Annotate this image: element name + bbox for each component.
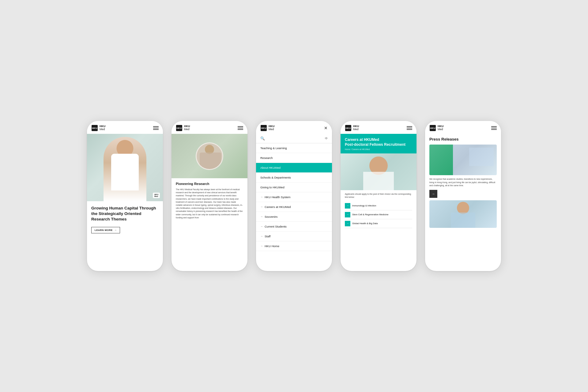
phone1-logo: HKU HKU Med <box>91 125 106 131</box>
arrow-health: → <box>260 196 263 198</box>
hero-text-block: Growing Human Capital Through the Strate… <box>87 201 163 271</box>
careers-item-label-1: Immunology & Infection <box>352 204 376 207</box>
phone2-logo: HKU HKU Med <box>176 125 190 131</box>
phone3-content: 🔍 中 Teaching & Learning Research About H… <box>256 134 332 271</box>
arrow-souvenirs: → <box>260 215 263 218</box>
menu-item-teaching[interactable]: Teaching & Learning <box>256 143 332 153</box>
research-circle-photo <box>196 142 223 170</box>
press-image-top <box>429 145 497 175</box>
phone2-content: Pioneering Research The HKU Medical Facu… <box>172 134 247 271</box>
phone-1: HKU HKU Med HKUMed Growing Human Capital… <box>87 121 163 271</box>
menu-label-hkuhome: HKU Home <box>265 244 279 248</box>
logo-line2-p2: Med <box>184 128 190 131</box>
menu-item-students[interactable]: → Current Students <box>256 222 332 232</box>
phone3-logo: HKU HKU Med <box>260 125 275 131</box>
breadcrumb: Home / Careers at HKUMed <box>345 148 412 150</box>
phone1-content: HKUMed Growing Human Capital Through the… <box>87 134 163 271</box>
careers-list-item-1: Immunology & Infection <box>345 202 412 210</box>
menu-label-giving: Giving to HKUMed <box>260 186 285 189</box>
logo-line2-p3: Med <box>269 128 275 131</box>
careers-arrow-3[interactable] <box>345 221 350 226</box>
menu-item-schools[interactable]: Schools & Departments <box>256 173 332 183</box>
svg-text:HKU: HKU <box>176 127 182 130</box>
hku-logo-icon-3: HKU <box>260 125 267 131</box>
menu-item-staff[interactable]: → Staff <box>256 232 332 241</box>
press-image-bottom <box>429 200 497 228</box>
research-body: The HKU Medical Faculty has always been … <box>176 188 243 219</box>
phone2-logo-text: HKU Med <box>184 125 190 131</box>
press-title: Press Releases <box>429 137 497 141</box>
phone1-header: HKU HKU Med <box>87 121 163 134</box>
arrow-careers: → <box>260 205 263 208</box>
menu-list: Teaching & Learning Research About HKUMe… <box>256 143 332 271</box>
close-button[interactable]: ✕ <box>324 126 328 130</box>
svg-text:HKU: HKU <box>345 127 351 130</box>
hamburger-menu-5[interactable] <box>491 126 497 130</box>
svg-text:HKU: HKU <box>261 127 266 130</box>
hku-logo-icon: HKU <box>91 125 98 131</box>
search-icon[interactable]: 🔍 <box>260 136 265 141</box>
careers-arrow-1[interactable] <box>345 203 350 209</box>
hamburger-menu[interactable] <box>153 126 159 130</box>
menu-label-health: HKU Health System <box>265 195 290 199</box>
careers-item-label-3: Global Health & Big Data <box>352 222 378 225</box>
search-left: 🔍 <box>260 136 265 141</box>
svg-text:HKU: HKU <box>92 127 97 130</box>
phone5-header: HKU HKU Med <box>425 121 501 134</box>
logo-line2-p4: Med <box>353 128 359 131</box>
hku-logo-icon-4: HKU <box>345 125 352 131</box>
arrow-students: → <box>260 225 263 228</box>
research-text-block: Pioneering Research The HKU Medical Facu… <box>172 178 247 271</box>
phone2-header: HKU HKU Med <box>172 121 247 134</box>
learn-more-button[interactable]: LEARN MORE → <box>91 227 120 233</box>
phone3-header: HKU HKU Med ✕ <box>256 121 332 134</box>
phones-container: HKU HKU Med HKUMed Growing Human Capital… <box>75 103 513 289</box>
hero-person-figure <box>104 137 146 201</box>
logo-line2: Med <box>100 128 106 131</box>
lang-toggle[interactable]: 中 <box>325 137 328 141</box>
menu-label-about: About HKUMed <box>260 166 281 169</box>
phone3-logo-text: HKU Med <box>269 125 275 131</box>
hamburger-menu-4[interactable] <box>407 126 412 130</box>
menu-item-careers[interactable]: → Careers at HKUMed <box>256 202 332 212</box>
phone4-logo-text: HKU Med <box>353 125 359 131</box>
menu-label-careers: Careers at HKUMed <box>265 205 291 209</box>
menu-label-souvenirs: Souvenirs <box>265 215 277 218</box>
phone-2: HKU HKU Med Pioneering Research The HKU … <box>172 121 247 271</box>
menu-item-souvenirs[interactable]: → Souvenirs <box>256 212 332 222</box>
menu-label-staff: Staff <box>265 235 270 238</box>
phone4-logo: HKU HKU Med <box>345 125 359 131</box>
phone1-logo-text: HKU Med <box>100 125 106 131</box>
menu-label-schools: Schools & Departments <box>260 176 291 179</box>
hku-logo-icon-5: HKU <box>429 125 436 131</box>
hero-image: HKUMed <box>87 134 163 201</box>
search-bar: 🔍 中 <box>256 134 332 143</box>
careers-title-text: Careers at HKUMed <box>345 138 379 142</box>
hamburger-menu-2[interactable] <box>238 126 243 130</box>
menu-item-about[interactable]: About HKUMed <box>256 163 332 173</box>
careers-photo <box>341 153 417 190</box>
arrow-hkuhome: → <box>260 245 263 247</box>
menu-label-research: Research <box>260 156 273 160</box>
careers-main-title: Careers at HKUMed Post-doctoral Fellows … <box>345 138 412 147</box>
menu-label-students: Current Students <box>265 225 287 228</box>
careers-subtitle-text: Post-doctoral Fellows Recruitment <box>345 142 405 147</box>
menu-item-giving[interactable]: Giving to HKUMed <box>256 183 332 192</box>
menu-item-health[interactable]: → HKU Health System <box>256 192 332 202</box>
careers-body: Applicants should apply to the post of t… <box>341 190 417 271</box>
phone5-logo: HKU HKU Med <box>429 125 444 131</box>
careers-arrow-2[interactable] <box>345 212 350 217</box>
arrow-staff: → <box>260 235 263 238</box>
phone4-header: HKU HKU Med <box>341 121 417 134</box>
research-title: Pioneering Research <box>176 182 243 186</box>
svg-text:HKU: HKU <box>430 127 435 130</box>
press-arrow-button[interactable] <box>429 190 437 198</box>
hero-title: Growing Human Capital Through the Strate… <box>91 205 159 222</box>
learn-more-label: LEARN MORE <box>95 229 113 232</box>
phone4-content: Careers at HKUMed Post-doctoral Fellows … <box>341 134 417 271</box>
menu-item-research[interactable]: Research <box>256 153 332 163</box>
phone5-logo-text: HKU Med <box>438 125 444 131</box>
menu-item-hkuhome[interactable]: → HKU Home <box>256 241 332 251</box>
careers-hero-banner: Careers at HKUMed Post-doctoral Fellows … <box>341 134 417 153</box>
phone-3: HKU HKU Med ✕ 🔍 中 Teaching & Learning <box>256 121 332 271</box>
